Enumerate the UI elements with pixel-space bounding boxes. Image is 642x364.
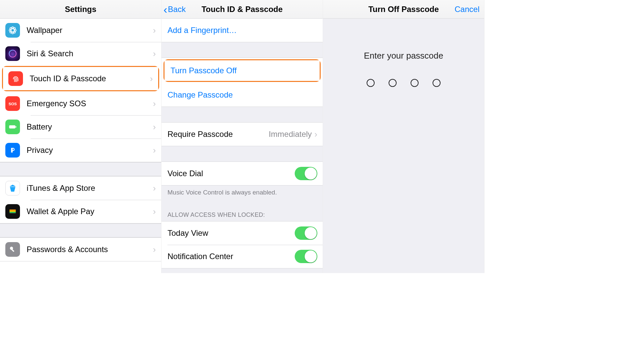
- chevron-right-icon: ›: [153, 99, 156, 109]
- chevron-right-icon: ›: [153, 145, 156, 156]
- chevron-right-icon: ›: [153, 122, 156, 132]
- passcode-body: Enter your passcode: [323, 19, 484, 273]
- battery-icon: [5, 120, 20, 134]
- chevron-right-icon: ›: [153, 206, 156, 217]
- voice-footer-text: Music Voice Control is always enabled.: [161, 185, 323, 204]
- siri-icon: [5, 46, 20, 61]
- chevron-right-icon: ›: [153, 25, 156, 36]
- settings-row-wallpaper[interactable]: Wallpaper›: [0, 19, 161, 42]
- back-label: Back: [168, 5, 185, 14]
- settings-row-label: iTunes & App Store: [27, 183, 153, 193]
- settings-pane: Settings Wallpaper›Siri & Search›Touch I…: [0, 0, 161, 273]
- chevron-right-icon: ›: [153, 183, 156, 193]
- allow-access-header: ALLOW ACCESS WHEN LOCKED:: [161, 204, 323, 221]
- settings-title: Settings: [65, 5, 97, 14]
- settings-row-label: Siri & Search: [27, 49, 153, 58]
- itunes-icon: [5, 181, 20, 195]
- cancel-label: Cancel: [455, 5, 480, 14]
- touchid-title: Touch ID & Passcode: [201, 5, 283, 14]
- add-fingerprint-button[interactable]: Add a Fingerprint…: [161, 19, 323, 42]
- today-view-row: Today View: [161, 221, 323, 245]
- settings-row-label: Battery: [27, 122, 153, 132]
- settings-row-label: Wallpaper: [27, 26, 153, 35]
- settings-row-sos[interactable]: SOSEmergency SOS›: [0, 92, 161, 115]
- cancel-button[interactable]: Cancel: [455, 0, 480, 19]
- voice-dial-label: Voice Dial: [167, 169, 295, 178]
- passcode-dot: [433, 79, 441, 87]
- touchid-icon: [8, 71, 23, 86]
- settings-row-label: Wallet & Apple Pay: [27, 207, 153, 216]
- passcode-navbar: Turn Off Passcode Cancel: [323, 0, 484, 19]
- settings-row-touchid[interactable]: Touch ID & Passcode›: [3, 67, 158, 90]
- require-passcode-label: Require Passcode: [167, 130, 269, 139]
- back-button[interactable]: ‹ Back: [163, 0, 186, 19]
- passcode-dot: [389, 79, 397, 87]
- settings-row-label: Emergency SOS: [27, 99, 153, 108]
- chevron-right-icon: ›: [153, 49, 156, 59]
- today-view-toggle[interactable]: [295, 226, 317, 240]
- voice-dial-toggle[interactable]: [295, 167, 317, 180]
- svg-point-1: [9, 50, 16, 57]
- passwords-icon: [5, 242, 20, 257]
- notification-center-row: Notification Center: [161, 245, 323, 268]
- sos-icon: SOS: [5, 96, 20, 111]
- passcode-dot: [411, 79, 419, 87]
- chevron-right-icon: ›: [153, 244, 156, 255]
- change-passcode-label: Change Passcode: [167, 90, 317, 100]
- passcode-dot: [367, 79, 375, 87]
- add-fingerprint-label: Add a Fingerprint…: [167, 26, 317, 35]
- settings-row-privacy[interactable]: Privacy›: [0, 139, 161, 162]
- svg-rect-8: [10, 212, 16, 213]
- touchid-pane: ‹ Back Touch ID & Passcode Add a Fingerp…: [161, 0, 323, 273]
- passcode-prompt: Enter your passcode: [364, 51, 443, 61]
- voice-dial-row: Voice Dial: [161, 162, 323, 185]
- settings-row-wallet[interactable]: Wallet & Apple Pay›: [0, 200, 161, 223]
- settings-row-label: Privacy: [27, 146, 153, 155]
- today-view-label: Today View: [167, 228, 295, 238]
- settings-row-siri[interactable]: Siri & Search›: [0, 42, 161, 65]
- passcode-title: Turn Off Passcode: [368, 5, 439, 14]
- passcode-entry-pane: Turn Off Passcode Cancel Enter your pass…: [323, 0, 484, 273]
- touchid-navbar: ‹ Back Touch ID & Passcode: [161, 0, 323, 19]
- change-passcode-button[interactable]: Change Passcode: [161, 83, 323, 107]
- svg-rect-7: [10, 211, 16, 212]
- require-passcode-row[interactable]: Require Passcode Immediately ›: [161, 123, 323, 146]
- settings-row-label: Passwords & Accounts: [27, 245, 153, 254]
- wallet-icon: [5, 204, 20, 219]
- svg-rect-4: [16, 126, 16, 128]
- settings-list: Wallpaper›Siri & Search›Touch ID & Passc…: [0, 19, 161, 273]
- settings-row-label: Touch ID & Passcode: [30, 74, 150, 83]
- touchid-content: Add a Fingerprint… Turn Passcode Off Cha…: [161, 19, 323, 273]
- svg-rect-3: [9, 125, 16, 128]
- require-passcode-value: Immediately: [269, 130, 312, 139]
- chevron-right-icon: ›: [150, 74, 153, 84]
- settings-row-itunes[interactable]: iTunes & App Store›: [0, 177, 161, 200]
- settings-row-battery[interactable]: Battery›: [0, 115, 161, 139]
- settings-navbar: Settings: [0, 0, 161, 19]
- chevron-left-icon: ‹: [163, 4, 167, 15]
- chevron-right-icon: ›: [314, 129, 317, 140]
- turn-passcode-off-button[interactable]: Turn Passcode Off: [164, 60, 320, 81]
- wallpaper-icon: [5, 23, 20, 38]
- svg-text:SOS: SOS: [9, 102, 17, 106]
- privacy-icon: [5, 143, 20, 158]
- svg-point-0: [11, 29, 14, 32]
- turn-passcode-off-label: Turn Passcode Off: [170, 66, 314, 75]
- svg-rect-6: [10, 209, 16, 211]
- notification-center-label: Notification Center: [167, 252, 295, 261]
- notification-center-toggle[interactable]: [295, 250, 317, 263]
- passcode-dots: [367, 79, 441, 87]
- settings-row-passwords[interactable]: Passwords & Accounts›: [0, 238, 161, 261]
